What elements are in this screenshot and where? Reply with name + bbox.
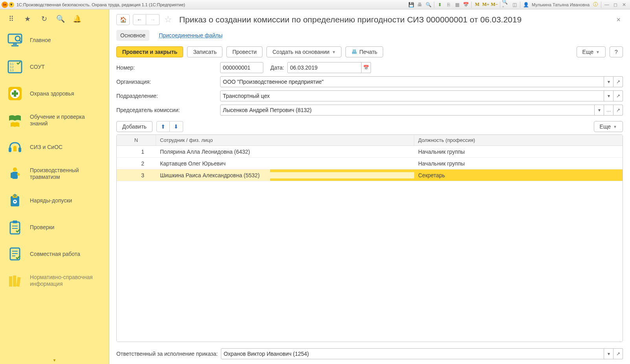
sidebar-item-checks[interactable]: Проверки	[0, 214, 109, 241]
col-employee[interactable]: Сотрудник / физ. лицо	[156, 135, 414, 145]
open-ref-icon[interactable]: ↗	[613, 90, 623, 101]
sidebar-item-label: Главное	[30, 37, 51, 44]
svg-rect-31	[9, 276, 12, 287]
dept-label: Подразделение:	[116, 93, 217, 99]
move-up-button[interactable]: ⬆	[156, 121, 170, 132]
svg-rect-17	[11, 173, 13, 178]
number-input[interactable]	[220, 62, 263, 73]
panel-icon[interactable]: ◫	[511, 1, 518, 8]
ellipsis-icon[interactable]: …	[604, 105, 613, 116]
preview-icon[interactable]: 🔍	[424, 1, 432, 8]
sidebar-item-training[interactable]: Обучение и проверка знаний	[0, 107, 109, 134]
cell-employee: Полярина Алла Леонидовна (6432)	[156, 149, 414, 155]
svg-text:3.1: 3.1	[10, 63, 14, 65]
calendar-picker-icon[interactable]: 📅	[362, 62, 371, 73]
info-icon[interactable]: ⓘ	[591, 1, 599, 8]
sidebar-item-label: Обучение и проверка знаний	[30, 114, 103, 127]
minimize-icon[interactable]: —	[603, 1, 611, 8]
history-icon[interactable]: ↻	[39, 14, 49, 24]
svg-rect-22	[14, 201, 16, 202]
cell-n: 1	[117, 149, 156, 155]
print-icon[interactable]: 🖶	[416, 1, 424, 8]
notifications-icon[interactable]: 🔔	[72, 14, 82, 24]
sidebar-item-collab[interactable]: Совместная работа	[0, 241, 109, 267]
more-button[interactable]: Еще▼	[577, 46, 606, 57]
calendar-icon[interactable]: 📅	[462, 1, 470, 8]
org-input[interactable]	[220, 76, 604, 87]
add-row-button[interactable]: Добавить	[116, 121, 152, 132]
post-and-close-button[interactable]: Провести и закрыть	[116, 46, 183, 57]
sidebar-item-health[interactable]: Охрана здоровья	[0, 80, 109, 107]
m-plus-icon[interactable]: M+	[482, 1, 490, 8]
app-menu-dropdown[interactable]: ▾	[9, 2, 14, 7]
dropdown-icon[interactable]: ▾	[604, 90, 613, 101]
favorite-star-icon[interactable]: ☆	[164, 15, 172, 25]
printer-icon: 🖶	[351, 49, 357, 55]
sidebar-item-label: Нормативно-справочная информация	[30, 274, 103, 287]
col-n[interactable]: N	[117, 135, 156, 145]
compare-icon[interactable]: ⬍	[436, 1, 444, 8]
forward-button[interactable]: →	[146, 14, 160, 25]
app-title: 1С:Производственная безопасность. Охрана…	[17, 2, 185, 7]
table-more-button[interactable]: Еще▼	[594, 121, 623, 132]
calculator-icon[interactable]: ▦	[453, 1, 461, 8]
zoom-icon[interactable]: 🔍⁺	[502, 1, 510, 8]
col-position[interactable]: Должность (профессия)	[414, 135, 623, 145]
sidebar-expand-icon[interactable]: ▼	[0, 357, 109, 364]
injury-icon	[6, 164, 24, 183]
cell-position: Секретарь	[414, 172, 623, 178]
current-user: Мулькина Татьяна Ивановна	[532, 2, 590, 7]
svg-rect-4	[11, 45, 18, 46]
content-panel: 🏠 ← → ☆ Приказ о создании комиссии по оп…	[109, 9, 630, 364]
sidebar-item-label: Охрана здоровья	[30, 90, 74, 97]
close-window-icon[interactable]: ✕	[620, 1, 628, 8]
apps-icon[interactable]: ⠿	[6, 14, 16, 24]
create-based-button[interactable]: Создать на основании▼	[266, 46, 342, 57]
table-row[interactable]: 2 Картавцев Олег Юрьевич Начальник групп…	[117, 158, 623, 169]
sidebar-item-permits[interactable]: Наряды-допуски	[0, 187, 109, 214]
responsible-input[interactable]	[221, 348, 604, 359]
open-ref-icon[interactable]: ↗	[613, 348, 623, 359]
back-button[interactable]: ←	[133, 14, 146, 25]
table-row[interactable]: 1 Полярина Алла Леонидовна (6432) Началь…	[117, 146, 623, 158]
responsible-label: Ответственный за исполнение приказа:	[116, 351, 218, 357]
m-minus-icon[interactable]: M−	[490, 1, 498, 8]
svg-rect-3	[13, 44, 17, 45]
search-icon[interactable]: 🔍	[56, 14, 65, 24]
cell-position: Начальник группы	[414, 149, 623, 155]
document-title: Приказ о создании комиссии по определени…	[179, 15, 611, 24]
sidebar-item-sout[interactable]: 3.13.23.3 СОУТ	[0, 53, 109, 80]
save-button[interactable]: Записать	[187, 46, 222, 57]
m-icon[interactable]: M	[473, 1, 481, 8]
tab-files[interactable]: Присоединенные файлы	[155, 30, 226, 41]
favorite-icon[interactable]: ★	[23, 14, 32, 24]
dept-input[interactable]	[220, 90, 604, 101]
print-button[interactable]: 🖶Печать	[345, 46, 383, 57]
maximize-icon[interactable]: ◻	[612, 1, 619, 8]
table-row-selected[interactable]: 3 Шишкина Раиса Александровна (5532) Сек…	[117, 169, 623, 181]
open-ref-icon[interactable]: ↗	[613, 76, 623, 87]
sidebar-item-injury[interactable]: Производственный травматизм	[0, 160, 109, 187]
dropdown-icon[interactable]: ▾	[604, 76, 613, 87]
sidebar-item-reference[interactable]: Нормативно-справочная информация	[0, 267, 109, 294]
sidebar-item-label: СИЗ и СиОС	[30, 144, 62, 151]
dropdown-icon[interactable]: ▾	[595, 105, 604, 116]
tab-main[interactable]: Основное	[116, 30, 149, 41]
post-button[interactable]: Провести	[226, 46, 263, 57]
copy-icon[interactable]: ⎘	[444, 1, 452, 8]
dropdown-icon[interactable]: ▾	[604, 348, 613, 359]
svg-point-15	[13, 167, 17, 171]
chair-label: Председатель комиссии:	[116, 107, 217, 113]
help-button[interactable]: ?	[610, 46, 623, 57]
sidebar-item-siz[interactable]: СИЗ и СиОС	[0, 134, 109, 160]
document-check-icon	[6, 245, 24, 263]
chair-input[interactable]	[220, 105, 595, 116]
open-ref-icon[interactable]: ↗	[613, 105, 623, 116]
date-input[interactable]	[287, 62, 362, 73]
sidebar-item-main[interactable]: Главное	[0, 27, 109, 53]
save-icon[interactable]: 💾	[407, 1, 415, 8]
cell-employee: Картавцев Олег Юрьевич	[156, 160, 414, 167]
home-button[interactable]: 🏠	[116, 14, 130, 25]
close-tab-icon[interactable]: ×	[614, 16, 623, 24]
move-down-button[interactable]: ⬇	[170, 121, 183, 132]
